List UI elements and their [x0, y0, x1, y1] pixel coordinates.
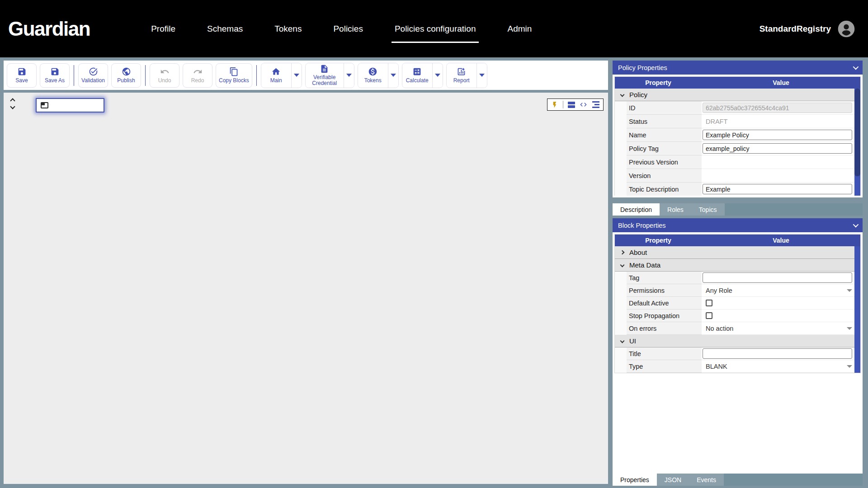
- vertical-scrollbar[interactable]: [854, 246, 860, 373]
- guardian-app: Guardian Profile Schemas Tokens Policies…: [0, 0, 868, 488]
- main-block-caret[interactable]: [291, 63, 302, 88]
- verifiable-credential-caret[interactable]: [344, 63, 354, 88]
- policy-properties-header: Policy Properties: [613, 61, 863, 75]
- collapse-panel-icon[interactable]: [853, 64, 859, 70]
- bottom-tabbar: Properties JSON Events: [613, 474, 863, 486]
- chevron-down-icon: [479, 74, 485, 77]
- table-row-tag: Tag: [615, 272, 860, 284]
- dropdown-arrow-icon: [847, 327, 852, 330]
- publish-button[interactable]: Publish: [111, 63, 141, 88]
- toolbar-separator: [256, 65, 257, 86]
- report-caret[interactable]: [476, 63, 487, 88]
- stop-propagation-checkbox[interactable]: [706, 312, 712, 319]
- chevron-down-icon: [620, 93, 625, 97]
- chevron-down-icon: [391, 74, 396, 77]
- toolbar-separator: [74, 65, 74, 86]
- table-row-topic-description: Topic Description: [615, 183, 860, 196]
- nav-item-profile[interactable]: Profile: [135, 24, 191, 34]
- report-dropdown: Report: [446, 63, 487, 88]
- table-row-previous-version: Previous Version: [615, 155, 860, 169]
- block-properties-header: Block Properties: [613, 218, 863, 232]
- expand-collapse-control[interactable]: [11, 99, 14, 108]
- copy-blocks-button[interactable]: Copy Blocks: [216, 63, 252, 88]
- tab-topics[interactable]: Topics: [691, 203, 725, 216]
- policy-tag-field[interactable]: [703, 143, 852, 154]
- on-errors-select[interactable]: No action: [703, 325, 852, 332]
- nav-item-policies[interactable]: Policies: [317, 24, 378, 34]
- table-row-type: Type BLANK: [615, 360, 860, 373]
- main-block-dropdown: Main: [261, 63, 302, 88]
- policy-properties-panel: Property Value Policy ID Status DRAFT: [613, 75, 863, 197]
- type-select[interactable]: BLANK: [703, 363, 852, 370]
- tree-view-icon[interactable]: [592, 101, 599, 108]
- tab-json[interactable]: JSON: [657, 474, 689, 486]
- table-row-on-errors: On errors No action: [615, 322, 860, 335]
- lightning-icon[interactable]: [551, 101, 558, 109]
- group-row-meta-data[interactable]: Meta Data: [615, 259, 860, 272]
- table-row-permissions: Permissions Any Role: [615, 284, 860, 297]
- tag-field[interactable]: [703, 272, 852, 283]
- tab-events[interactable]: Events: [689, 474, 724, 486]
- chart-add-icon: [457, 67, 466, 76]
- group-row-policy[interactable]: Policy: [615, 89, 860, 101]
- verifiable-credential-button[interactable]: Verifiable Credential: [306, 63, 344, 88]
- calculate-button[interactable]: Calculate: [402, 63, 432, 88]
- nav-item-policies-configuration[interactable]: Policies configuration: [379, 24, 492, 34]
- vertical-scrollbar[interactable]: [854, 89, 860, 196]
- calculate-dropdown: Calculate: [402, 63, 443, 88]
- account-avatar-icon[interactable]: [837, 20, 855, 38]
- tab-roles[interactable]: Roles: [660, 203, 691, 216]
- globe-icon: [122, 67, 131, 76]
- table-row-status: Status DRAFT: [615, 115, 860, 128]
- title-field[interactable]: [703, 348, 852, 359]
- calculator-icon: [412, 67, 422, 76]
- save-as-button[interactable]: Save As: [40, 63, 70, 88]
- tab-properties[interactable]: Properties: [613, 474, 657, 486]
- table-row-title: Title: [615, 347, 860, 360]
- chevron-down-icon: [294, 74, 299, 77]
- tokens-button[interactable]: Tokens: [358, 63, 388, 88]
- user-area: StandardRegistry: [760, 20, 855, 38]
- main-block-button[interactable]: Main: [261, 63, 291, 88]
- tokens-caret[interactable]: [388, 63, 398, 88]
- default-active-checkbox[interactable]: [706, 300, 712, 306]
- chevron-down-icon: [435, 74, 440, 77]
- save-as-icon: [50, 67, 60, 76]
- tab-description[interactable]: Description: [613, 203, 660, 216]
- validation-button[interactable]: Validation: [78, 63, 108, 88]
- check-circle-icon: [89, 67, 98, 76]
- chevron-down-icon: [620, 263, 625, 267]
- name-field[interactable]: [703, 130, 852, 140]
- report-button[interactable]: Report: [447, 63, 476, 88]
- table-row-default-active: Default Active: [615, 297, 860, 310]
- policy-properties-table: Property Value Policy ID Status DRAFT: [614, 76, 861, 196]
- topic-description-field[interactable]: [703, 184, 852, 194]
- code-view-icon[interactable]: [579, 101, 588, 108]
- nav-item-admin[interactable]: Admin: [491, 24, 547, 34]
- document-icon: [320, 64, 329, 74]
- minibar-separator: [563, 101, 563, 108]
- tokens-dropdown: Tokens: [358, 63, 399, 88]
- chevron-down-icon: [10, 104, 15, 109]
- group-row-about[interactable]: About: [615, 246, 860, 259]
- table-header-row: Property Value: [615, 235, 860, 246]
- calculate-caret[interactable]: [432, 63, 443, 88]
- selected-container-block[interactable]: [36, 98, 104, 113]
- save-button[interactable]: Save: [7, 63, 37, 88]
- block-properties-panel: Property Value About Meta Data Tag: [613, 232, 863, 474]
- policy-tabbar: Description Roles Topics: [613, 203, 863, 216]
- group-row-ui[interactable]: UI: [615, 335, 860, 347]
- blocks-view-icon[interactable]: [568, 102, 575, 108]
- collapse-panel-icon[interactable]: [853, 222, 859, 228]
- chevron-up-icon: [10, 98, 15, 103]
- home-icon: [271, 67, 281, 76]
- nav-item-schemas[interactable]: Schemas: [191, 24, 259, 34]
- permissions-select[interactable]: Any Role: [703, 287, 852, 294]
- scrollbar-thumb[interactable]: [854, 89, 860, 176]
- table-header-row: Property Value: [615, 77, 860, 89]
- nav-item-tokens[interactable]: Tokens: [259, 24, 317, 34]
- undo-button[interactable]: Undo: [150, 63, 179, 88]
- policy-canvas: [4, 93, 608, 484]
- redo-button[interactable]: Redo: [183, 63, 212, 88]
- table-row-version: Version: [615, 169, 860, 183]
